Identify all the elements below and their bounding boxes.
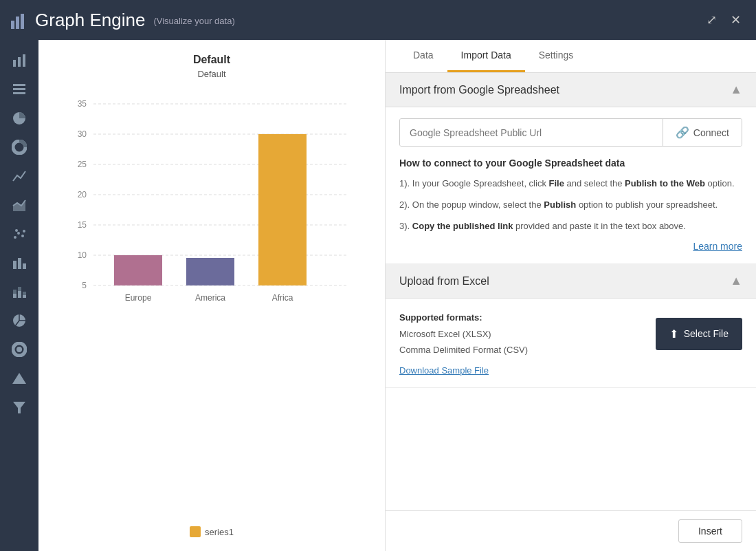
url-input-row: 🔗 Connect — [399, 118, 742, 147]
svg-rect-19 — [18, 291, 21, 298]
panel-content: Import from Google Spreadsheet ▲ 🔗 Conne… — [386, 73, 756, 510]
chart-title: Default — [193, 54, 230, 66]
step1: 1). In your Google Spreadsheet, click Fi… — [399, 177, 742, 191]
svg-rect-16 — [23, 263, 26, 269]
svg-rect-3 — [13, 84, 25, 86]
footer: Insert — [386, 510, 756, 551]
google-spreadsheet-section: Import from Google Spreadsheet ▲ 🔗 Conne… — [386, 73, 756, 264]
main: Default Default 35 30 25 — [0, 40, 756, 551]
select-file-label: Select File — [684, 328, 729, 339]
svg-text:15: 15 — [78, 220, 87, 230]
step2: 2). On the popup window, select the Publ… — [399, 198, 742, 213]
expand-button[interactable]: ⤢ — [702, 10, 721, 30]
bar-america — [186, 258, 234, 285]
svg-text:10: 10 — [78, 250, 87, 260]
download-link-row: Download Sample File — [399, 358, 742, 376]
stacked-icon[interactable] — [5, 278, 33, 305]
tab-import-data[interactable]: Import Data — [447, 40, 525, 72]
upload-excel-title: Upload from Excel — [399, 275, 489, 288]
area-icon[interactable] — [5, 191, 33, 219]
svg-point-28 — [16, 347, 22, 352]
download-sample-link[interactable]: Download Sample File — [399, 365, 489, 376]
svg-rect-17 — [13, 294, 16, 298]
list-icon[interactable] — [5, 76, 33, 103]
instructions: How to connect to your Google Spreadshee… — [399, 158, 742, 252]
connect-label: Connect — [693, 127, 729, 138]
header: Graph Engine (Visualize your data) ⤢ ✕ — [0, 0, 756, 40]
google-spreadsheet-body: 🔗 Connect How to connect to your Google … — [386, 107, 756, 264]
column-icon[interactable] — [5, 249, 33, 277]
upload-row: Supported formats: Microsoft Excel (XLSX… — [399, 310, 742, 358]
bar-chart-icon[interactable] — [5, 47, 33, 74]
tabs: Data Import Data Settings — [386, 40, 756, 73]
svg-text:America: America — [195, 293, 225, 303]
google-spreadsheet-header[interactable]: Import from Google Spreadsheet ▲ — [386, 73, 756, 107]
svg-text:5: 5 — [82, 281, 87, 290]
svg-rect-4 — [13, 88, 25, 90]
header-actions: ⤢ ✕ — [702, 10, 745, 30]
svg-point-12 — [21, 235, 24, 237]
supported-formats-label: Supported formats: — [399, 310, 528, 325]
svg-marker-29 — [12, 373, 26, 384]
content: Default Default 35 30 25 — [38, 40, 756, 551]
svg-rect-0 — [13, 60, 16, 67]
app-title: Graph Engine — [35, 10, 145, 31]
tab-settings[interactable]: Settings — [525, 40, 588, 72]
legend-color — [190, 526, 201, 537]
google-spreadsheet-title: Import from Google Spreadsheet — [399, 84, 559, 96]
triangle-icon[interactable] — [5, 365, 33, 392]
legend-label: series1 — [205, 527, 234, 537]
format1: Microsoft Excel (XLSX) — [399, 326, 528, 342]
chart-subtitle: Default — [197, 69, 225, 79]
upload-info: Supported formats: Microsoft Excel (XLSX… — [399, 310, 528, 358]
learn-more-row: Learn more — [399, 240, 742, 252]
format2: Comma Delimited Format (CSV) — [399, 342, 528, 358]
learn-more-link[interactable]: Learn more — [693, 241, 742, 252]
line-icon[interactable] — [5, 162, 33, 190]
svg-text:Europe: Europe — [125, 293, 152, 303]
stats-icon — [11, 11, 24, 29]
insert-button[interactable]: Insert — [678, 519, 742, 543]
svg-rect-18 — [13, 290, 16, 294]
bar-europe — [114, 255, 162, 285]
app-subtitle: (Visualize your data) — [153, 16, 234, 26]
svg-rect-21 — [23, 295, 26, 298]
upload-excel-body: Supported formats: Microsoft Excel (XLSX… — [386, 299, 756, 387]
connect-button[interactable]: 🔗 Connect — [663, 119, 742, 146]
chart-wrapper: 35 30 25 20 15 — [52, 90, 371, 519]
svg-rect-2 — [23, 54, 25, 67]
svg-rect-20 — [18, 287, 21, 291]
bar-africa — [258, 134, 307, 285]
svg-text:35: 35 — [78, 99, 87, 109]
svg-marker-30 — [13, 402, 25, 413]
url-input[interactable] — [400, 119, 663, 146]
bar-chart-svg: 35 30 25 20 15 — [52, 90, 355, 324]
svg-point-11 — [15, 229, 18, 232]
upload-excel-header[interactable]: Upload from Excel ▲ — [386, 264, 756, 299]
tab-data[interactable]: Data — [399, 40, 447, 72]
select-file-button[interactable]: ⬆ Select File — [656, 318, 742, 350]
svg-rect-22 — [23, 292, 26, 295]
svg-text:Africa: Africa — [272, 293, 293, 303]
header-left: Graph Engine (Visualize your data) — [11, 10, 235, 31]
scatter-icon[interactable] — [5, 220, 33, 248]
svg-text:30: 30 — [78, 129, 87, 139]
app-container: Graph Engine (Visualize your data) ⤢ ✕ — [0, 0, 756, 551]
chart-legend: series1 — [190, 526, 234, 537]
svg-point-9 — [14, 236, 16, 239]
collapse-icon: ▲ — [730, 83, 742, 97]
filter-icon[interactable] — [5, 393, 33, 421]
svg-rect-15 — [18, 258, 21, 269]
right-panel: Data Import Data Settings Import from Go… — [385, 40, 756, 551]
svg-text:25: 25 — [78, 160, 87, 169]
svg-text:20: 20 — [78, 190, 87, 199]
svg-point-13 — [23, 230, 25, 233]
pie-icon[interactable] — [5, 105, 33, 132]
pie2-icon[interactable] — [5, 307, 33, 334]
donut-icon[interactable] — [5, 133, 33, 161]
instructions-title: How to connect to your Google Spreadshee… — [399, 158, 742, 169]
step3: 3). Copy the published link provided and… — [399, 219, 742, 234]
chart-area: Default Default 35 30 25 — [38, 40, 385, 551]
donut2-icon[interactable] — [5, 336, 33, 363]
close-button[interactable]: ✕ — [726, 10, 745, 30]
